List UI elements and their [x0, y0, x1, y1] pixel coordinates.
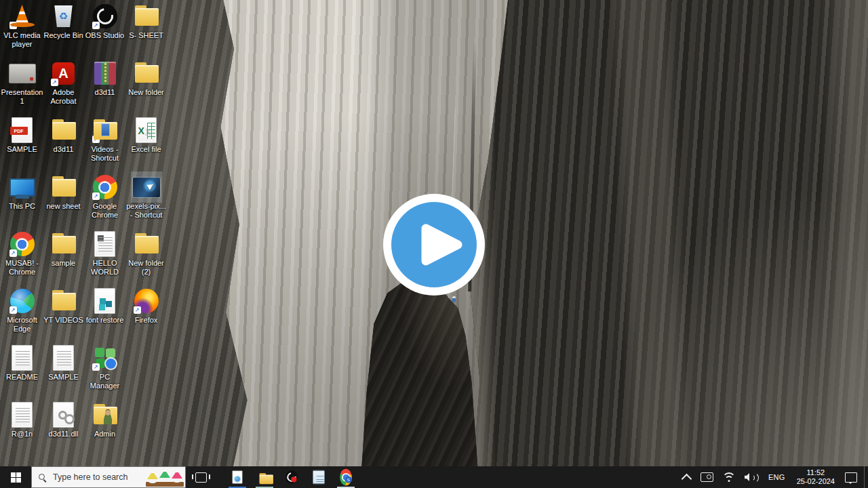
desktop-icon-art: ↗ — [9, 401, 36, 428]
play-button-overlay[interactable] — [383, 194, 485, 296]
desktop-icon-font-restore[interactable]: ↗ font restore — [84, 287, 125, 344]
desktop-icon-art: ↗ — [92, 117, 119, 144]
desktop-icon-hello-world[interactable]: ↗ HELLO WORLD — [84, 230, 125, 287]
desktop-icon-art: ↗ — [9, 174, 36, 201]
desktop-icon-label: sample — [52, 259, 75, 268]
desktop-icon-art: ↗ — [133, 174, 160, 201]
taskbar-app-notepad[interactable] — [305, 466, 332, 488]
icon-detail — [291, 476, 296, 482]
desktop-icon-musab-chrome[interactable]: ↗ MUSAB! - Chrome — [1, 230, 43, 287]
taskbar: S ENG 11:52 25-02-2024 — [0, 466, 868, 488]
taskbar-app-file-explorer[interactable] — [251, 466, 278, 488]
desktop-icon-label: YT VIDEOS — [43, 316, 83, 325]
desktop-icon-label: d3d11 — [95, 88, 115, 97]
desktop-icon-d3d11-dll[interactable]: ↗ d3d11.dll — [43, 401, 84, 458]
desktop-icon-art: ↗ — [50, 401, 77, 428]
taskbar-search-box[interactable] — [31, 466, 186, 488]
desktop-icon-sample[interactable]: ↗ sample — [43, 230, 84, 287]
desktop-icon-label: font restore — [86, 316, 124, 325]
desktop-icon-admin[interactable]: ↗ Admin — [84, 401, 125, 458]
desktop-icon-art: ↗ — [50, 287, 77, 314]
desktop-icon-art: ↗ — [50, 230, 77, 258]
search-icon — [39, 474, 46, 481]
taskbar-app-html-file[interactable] — [224, 466, 251, 488]
desktop-icon-new-sheet[interactable]: ↗ new sheet — [43, 174, 84, 230]
desktop-icon-yt-videos[interactable]: ↗ YT VIDEOS — [43, 287, 84, 344]
desktop-icon-new-folder[interactable]: ↗ New folder — [125, 60, 167, 117]
desktop-icon-label: VLC media player — [1, 31, 43, 49]
desktop-icon-art: ↗ — [50, 117, 77, 144]
desktop-icon-obs-studio[interactable]: ↗ OBS Studio — [84, 3, 125, 60]
windows-desktop: ↗ VLC media player ↗ Recycle Bin ↗ OBS S… — [0, 0, 868, 488]
desktop-icon-art: ↗ — [133, 3, 160, 30]
icon-detail: S — [345, 476, 352, 483]
desktop-icon-sample[interactable]: ↗ SAMPLE — [1, 117, 43, 174]
search-input[interactable] — [52, 472, 136, 483]
taskbar-app-icon — [313, 471, 325, 483]
taskbar-app-icon — [285, 471, 298, 483]
desktop-icon-label: SAMPLE — [48, 373, 79, 382]
desktop-icon-label: Recycle Bin — [43, 31, 83, 40]
volume-icon — [745, 472, 758, 482]
desktop-icon-label: OBS Studio — [85, 31, 124, 40]
desktop-icon-art: ↗ — [92, 287, 119, 314]
desktop-icon-art: ↗ — [9, 3, 36, 30]
desktop-icon-recycle-bin[interactable]: ↗ Recycle Bin — [43, 3, 84, 60]
desktop-icon-vlc-media-player[interactable]: ↗ VLC media player — [1, 3, 43, 60]
taskbar-app-google-chrome-profile[interactable]: S — [332, 466, 359, 488]
desktop-icon-pexels-pix-shortcut[interactable]: ↗ pexels-pix... - Shortcut — [125, 174, 167, 230]
desktop-icon-art: ↗ — [9, 60, 36, 87]
desktop-icon-d3d11[interactable]: ↗ d3d11 — [43, 117, 84, 174]
desktop-icon-label: Firefox — [135, 316, 158, 325]
show-desktop-button[interactable] — [864, 466, 868, 488]
shortcut-arrow-icon: ↗ — [92, 363, 100, 371]
desktop-icon-presentation1[interactable]: ↗ Presentation1 — [1, 60, 43, 117]
desktop-icon-videos-shortcut[interactable]: ↗ Videos - Shortcut — [84, 117, 125, 174]
language-indicator[interactable]: ENG — [763, 466, 791, 488]
desktop-icon-microsoft-edge[interactable]: ↗ Microsoft Edge — [1, 287, 43, 344]
desktop-icon-r-1n[interactable]: ↗ R@1n — [1, 401, 43, 458]
network-tray-button[interactable] — [718, 466, 740, 488]
taskbar-app-icon — [231, 471, 243, 483]
taskbar-app-icon — [258, 471, 271, 483]
desktop-icon-readme[interactable]: ↗ README — [1, 344, 43, 401]
desktop-icon-adobe-acrobat[interactable]: ↗ Adobe Acrobat — [43, 60, 84, 117]
action-center-button[interactable] — [841, 466, 864, 488]
desktop-icon-label: PC Manager — [84, 373, 125, 390]
desktop-icon-label: Presentation1 — [1, 88, 43, 106]
hidden-icons-button[interactable] — [677, 466, 696, 488]
desktop-icon-new-folder-2[interactable]: ↗ New folder (2) — [125, 230, 167, 287]
desktop-icon-art: ↗ — [92, 60, 119, 87]
desktop-icon-this-pc[interactable]: ↗ This PC — [1, 174, 43, 230]
taskbar-app-icon: S — [340, 471, 352, 483]
action-center-icon — [845, 472, 857, 483]
desktop-icon-art: ↗ — [50, 3, 77, 30]
desktop-icon-pc-manager[interactable]: ↗ PC Manager — [84, 344, 125, 401]
task-view-icon — [195, 472, 207, 483]
desktop-icon-s-sheet[interactable]: ↗ S- SHEET — [125, 3, 167, 60]
desktop-icon-label: new sheet — [46, 202, 80, 211]
desktop-icon-excel-file[interactable]: ↗ Excel file — [125, 117, 167, 174]
shortcut-arrow-icon: ↗ — [9, 249, 17, 257]
wallpaper-climber-figure — [452, 296, 456, 302]
desktop-icon-label: pexels-pix... - Shortcut — [125, 202, 167, 220]
desktop-icon-d3d11[interactable]: ↗ d3d11 — [84, 60, 125, 117]
desktop-icon-firefox[interactable]: ↗ Firefox — [125, 287, 167, 344]
desktop-icon-art: ↗ — [50, 344, 77, 371]
desktop-icon-google-chrome[interactable]: ↗ Google Chrome — [84, 174, 125, 230]
task-view-button[interactable] — [186, 466, 216, 488]
desktop-icon-label: R@1n — [12, 430, 33, 439]
desktop-icon-sample[interactable]: ↗ SAMPLE — [43, 344, 84, 401]
volume-tray-button[interactable] — [740, 466, 763, 488]
desktop-icon-grid: ↗ VLC media player ↗ Recycle Bin ↗ OBS S… — [1, 3, 167, 458]
desktop-icon-art: ↗ — [133, 60, 160, 87]
clock-time: 11:52 — [797, 468, 835, 477]
taskbar-app-obs-studio-recording[interactable] — [278, 466, 305, 488]
wallpaper-dark-rock-right — [468, 0, 868, 488]
windows-logo-icon — [11, 472, 21, 483]
shortcut-arrow-icon: ↗ — [134, 306, 141, 314]
desktop-icon-label: S- SHEET — [129, 31, 163, 40]
start-button[interactable] — [0, 466, 31, 488]
taskbar-clock[interactable]: 11:52 25-02-2024 — [791, 466, 841, 488]
display-tray-button[interactable] — [696, 466, 718, 488]
